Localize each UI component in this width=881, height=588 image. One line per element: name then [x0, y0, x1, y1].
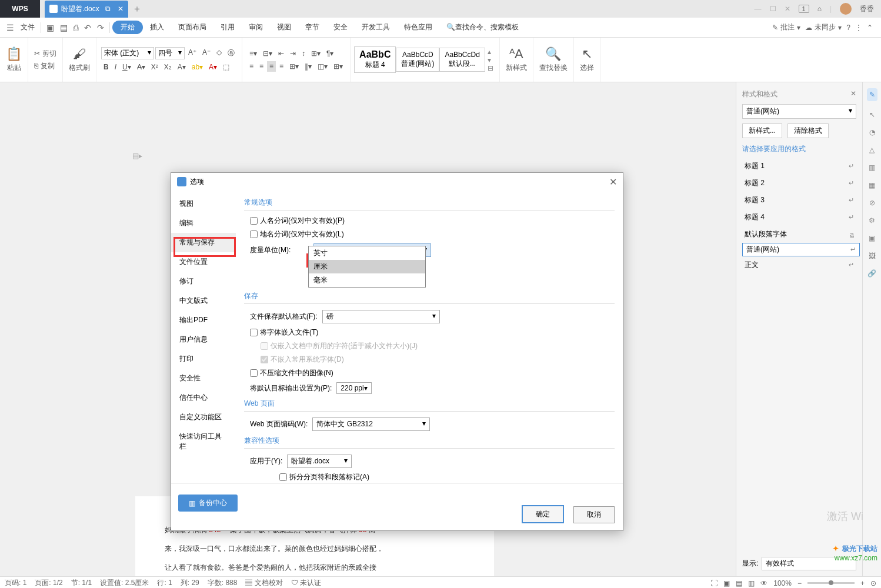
font-select[interactable]: 宋体 (正文)▾: [101, 47, 154, 59]
nav-file-loc[interactable]: 文件位置: [171, 252, 236, 272]
select-button[interactable]: ↖选择: [578, 45, 596, 74]
highlight-icon[interactable]: ab▾: [189, 62, 205, 72]
align-right-icon[interactable]: ≡: [277, 61, 286, 72]
shading-icon[interactable]: ◫▾: [315, 61, 330, 72]
limit-pane-icon[interactable]: ⊘: [869, 199, 875, 207]
current-style-select[interactable]: 普通(网站)▾: [742, 104, 856, 119]
cut-button[interactable]: ✂剪切: [32, 48, 59, 60]
annotate-button[interactable]: ✎批注▾: [772, 22, 800, 32]
status-page-of[interactable]: 页面: 1/2: [35, 578, 62, 588]
nav-trust[interactable]: 信任中心: [171, 388, 236, 407]
view-fullscreen-icon[interactable]: ⛶: [710, 579, 718, 587]
select-pane-icon[interactable]: ↖: [869, 111, 875, 119]
indent-dec-icon[interactable]: ⇤: [276, 48, 286, 59]
apps-icon[interactable]: ⌂: [817, 5, 822, 13]
sort-icon[interactable]: ↕: [299, 48, 308, 59]
tab-review[interactable]: 审阅: [242, 22, 270, 32]
save-icon[interactable]: ▣: [44, 23, 57, 32]
status-page-num[interactable]: 页码: 1: [5, 578, 26, 588]
style-item-h3[interactable]: 标题 3↵: [742, 192, 856, 209]
paste-button[interactable]: 📋粘贴: [4, 45, 24, 74]
new-style-button[interactable]: ᴬA新样式: [503, 45, 529, 74]
chk-compress[interactable]: 不压缩文件中的图像(N): [244, 366, 615, 380]
nav-view[interactable]: 视图: [171, 194, 236, 213]
nav-print[interactable]: 打印: [171, 349, 236, 369]
window-close-icon[interactable]: ✕: [785, 5, 790, 13]
status-section[interactable]: 节: 1/1: [71, 578, 92, 588]
underline-icon[interactable]: U▾: [120, 62, 134, 72]
styles-up-icon[interactable]: ▴: [488, 48, 493, 56]
style-item-default-para[interactable]: 默认段落字体a: [742, 226, 856, 243]
bullets-icon[interactable]: ≡▾: [247, 48, 259, 59]
style-normal-web[interactable]: AaBbCcD普通(网站): [396, 48, 439, 72]
style-default[interactable]: AaBbCcDd默认段...: [439, 48, 485, 72]
tab-section[interactable]: 章节: [298, 22, 326, 32]
font-effects-icon[interactable]: A▾: [175, 62, 188, 72]
view-outline-icon[interactable]: ▥: [748, 579, 755, 587]
status-auth[interactable]: 🛡 未认证: [291, 578, 321, 588]
window-minimize-icon[interactable]: —: [755, 5, 762, 13]
tools-pane-icon[interactable]: ⚙: [869, 216, 875, 225]
zoom-out-icon[interactable]: −: [797, 579, 802, 587]
document-tab[interactable]: 盼望着.docx ⧉ ✕: [45, 1, 128, 18]
nav-pane-icon[interactable]: ▥: [869, 163, 875, 172]
view-print-icon[interactable]: ▣: [723, 579, 730, 587]
format-painter-button[interactable]: 🖌格式刷: [66, 45, 92, 74]
ok-button[interactable]: 确定: [522, 505, 564, 523]
nav-quick-access[interactable]: 快速访问工具栏: [171, 427, 236, 456]
sync-button[interactable]: ☁未同步▾: [805, 22, 842, 32]
style-item-h2[interactable]: 标题 2↵: [742, 175, 856, 192]
view-read-icon[interactable]: 👁: [760, 579, 767, 587]
backup-center-button[interactable]: ▥ 备份中心: [178, 495, 238, 512]
numbering-icon[interactable]: ⊟▾: [261, 48, 275, 59]
grow-font-icon[interactable]: A⁺: [186, 47, 199, 59]
unit-option-cm[interactable]: 厘米: [309, 260, 425, 273]
font-color-icon[interactable]: A▾: [206, 62, 219, 72]
nav-chinese[interactable]: 中文版式: [171, 291, 236, 310]
show-marks-icon[interactable]: ¶▾: [324, 48, 336, 59]
font-size-select[interactable]: 四号▾: [155, 47, 185, 59]
status-col[interactable]: 列: 29: [181, 578, 199, 588]
chk-place-name[interactable]: 地名分词(仅对中文有效)(L): [244, 228, 615, 241]
nav-general-save[interactable]: 常规与保存: [171, 233, 236, 252]
web-enc-select[interactable]: 简体中文 GB2312▾: [312, 417, 430, 431]
zoom-slider[interactable]: [807, 582, 855, 584]
zoom-level[interactable]: 100%: [773, 579, 792, 587]
style-item-normal-web[interactable]: 普通(网站)↵: [742, 243, 860, 256]
find-replace-button[interactable]: 🔍查找替换: [537, 45, 570, 74]
user-avatar[interactable]: [840, 3, 852, 15]
tab-close-icon[interactable]: ✕: [118, 5, 124, 13]
style-item-body[interactable]: 正文↵: [742, 256, 856, 273]
spacing-icon[interactable]: ⊞▾: [309, 48, 323, 59]
window-count[interactable]: 1: [799, 5, 809, 13]
zoom-in-icon[interactable]: +: [860, 579, 865, 587]
borders-icon[interactable]: ⊞▾: [331, 61, 345, 72]
status-words[interactable]: 字数: 888: [208, 578, 238, 588]
tab-devtools[interactable]: 开发工具: [355, 22, 397, 32]
status-row[interactable]: 行: 1: [157, 578, 172, 588]
nav-customize[interactable]: 自定义功能区: [171, 407, 236, 427]
strike-icon[interactable]: A̶▾: [135, 62, 148, 72]
style-item-h1[interactable]: 标题 1↵: [742, 158, 856, 175]
clear-format-btn[interactable]: 清除格式: [787, 123, 829, 138]
save-fmt-select[interactable]: 磅▾: [322, 310, 440, 323]
superscript-icon[interactable]: X²: [149, 62, 161, 72]
print-preview-icon[interactable]: ▤: [57, 23, 71, 32]
styles-pane-icon[interactable]: ✎: [867, 88, 877, 101]
align-left-icon[interactable]: ≡: [247, 61, 256, 72]
link-pane-icon[interactable]: 🔗: [867, 269, 876, 278]
style-heading4[interactable]: AaBbC标题 4: [354, 46, 396, 73]
indent-inc-icon[interactable]: ⇥: [288, 48, 298, 59]
subscript-icon[interactable]: X₂: [162, 62, 174, 72]
align-center-icon[interactable]: ≡: [257, 61, 266, 72]
distribute-icon[interactable]: ⊞▾: [287, 61, 301, 72]
undo-icon[interactable]: ↶: [81, 23, 94, 32]
menu-icon[interactable]: ☰: [4, 23, 17, 32]
apply-select[interactable]: 盼望着.docx▾: [287, 455, 352, 468]
fit-page-icon[interactable]: ⊙: [870, 579, 876, 587]
line-spacing-icon[interactable]: ‖▾: [302, 61, 314, 72]
status-indent[interactable]: 设置值: 2.5厘米: [100, 578, 149, 588]
panel-close-icon[interactable]: ✕: [850, 89, 856, 99]
tab-restore-icon[interactable]: ⧉: [105, 5, 111, 13]
view-web-icon[interactable]: ▤: [736, 579, 742, 587]
